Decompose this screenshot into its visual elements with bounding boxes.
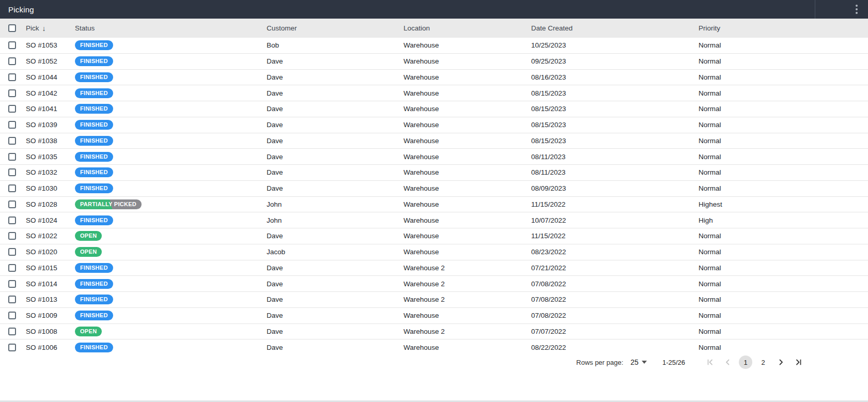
table-row[interactable]: SO #1035FINISHEDDaveWarehouse08/11/2023N… [0, 149, 868, 165]
table-row[interactable]: SO #1039FINISHEDDaveWarehouse08/15/2023N… [0, 117, 868, 133]
customer-cell: Bob [267, 41, 404, 49]
column-header-date-created[interactable]: Date Created [531, 24, 699, 32]
last-page-button[interactable] [791, 354, 806, 370]
table-row[interactable]: SO #1013FINISHEDDaveWarehouse 207/08/202… [0, 292, 868, 308]
row-checkbox[interactable] [8, 312, 16, 319]
column-header-location[interactable]: Location [404, 24, 531, 32]
date-created-cell: 08/16/2023 [531, 73, 699, 81]
row-checkbox[interactable] [8, 264, 16, 272]
table-row[interactable]: SO #1022OPENDaveWarehouse11/15/2022Norma… [0, 228, 868, 244]
table-row[interactable]: SO #1009FINISHEDDaveWarehouse07/08/2022N… [0, 308, 868, 324]
location-cell: Warehouse [404, 344, 531, 351]
priority-cell: Normal [699, 153, 868, 161]
page-button-1[interactable]: 1 [739, 355, 752, 369]
status-badge: FINISHED [75, 215, 113, 225]
pick-cell: SO #1042 [26, 89, 75, 97]
priority-cell: Normal [699, 184, 868, 192]
date-created-cell: 10/25/2023 [531, 41, 699, 49]
customer-cell: Dave [267, 153, 404, 161]
row-checkbox[interactable] [8, 184, 16, 192]
row-checkbox[interactable] [8, 280, 16, 288]
priority-cell: Normal [699, 41, 868, 49]
date-created-cell: 11/15/2022 [531, 200, 699, 208]
column-header-pick[interactable]: Pick ↓ [26, 24, 75, 33]
status-badge: FINISHED [75, 183, 113, 193]
status-badge: FINISHED [75, 56, 113, 66]
table-row[interactable]: SO #1041FINISHEDDaveWarehouse08/15/2023N… [0, 101, 868, 117]
table-row[interactable]: SO #1052FINISHEDDaveWarehouse09/25/2023N… [0, 54, 868, 70]
status-badge: FINISHED [75, 136, 113, 146]
rows-per-page-select[interactable]: 25 [630, 358, 647, 366]
location-cell: Warehouse [404, 184, 531, 192]
row-checkbox[interactable] [8, 217, 16, 224]
status-badge: FINISHED [75, 343, 113, 352]
date-created-cell: 08/23/2022 [531, 248, 699, 256]
location-cell: Warehouse [404, 232, 531, 240]
table-row[interactable]: SO #1038FINISHEDDaveWarehouse08/15/2023N… [0, 133, 868, 149]
first-page-button[interactable] [703, 354, 718, 370]
row-checkbox[interactable] [8, 328, 16, 335]
table-row[interactable]: SO #1014FINISHEDDaveWarehouse 207/08/202… [0, 276, 868, 292]
date-created-cell: 08/11/2023 [531, 153, 699, 161]
app-bar: Picking [0, 0, 868, 19]
row-checkbox[interactable] [8, 232, 16, 240]
column-header-priority[interactable]: Priority [699, 24, 868, 32]
customer-cell: Jacob [267, 248, 404, 256]
priority-cell: Normal [699, 121, 868, 129]
pick-cell: SO #1038 [26, 137, 75, 145]
row-checkbox[interactable] [8, 41, 16, 49]
row-checkbox[interactable] [8, 168, 16, 176]
row-checkbox[interactable] [8, 105, 16, 113]
row-checkbox[interactable] [8, 344, 16, 351]
row-checkbox[interactable] [8, 200, 16, 208]
date-created-cell: 07/21/2022 [531, 264, 699, 272]
date-created-cell: 08/15/2023 [531, 89, 699, 97]
page-button-2[interactable]: 2 [756, 355, 770, 369]
pick-cell: SO #1044 [26, 73, 75, 81]
table-row[interactable]: SO #1020OPENJacobWarehouse08/23/2022Norm… [0, 244, 868, 260]
table-row[interactable]: SO #1024FINISHEDJohnWarehouse10/07/2022H… [0, 212, 868, 228]
appbar-divider [815, 0, 815, 19]
row-checkbox[interactable] [8, 121, 16, 129]
sort-desc-arrow-icon[interactable]: ↓ [42, 24, 46, 33]
row-checkbox[interactable] [8, 153, 16, 161]
location-cell: Warehouse 2 [404, 280, 531, 288]
row-checkbox[interactable] [8, 73, 16, 81]
status-badge: FINISHED [75, 311, 113, 320]
customer-cell: Dave [267, 137, 404, 145]
table-row[interactable]: SO #1028PARTIALLY PICKEDJohnWarehouse11/… [0, 197, 868, 213]
table-row[interactable]: SO #1044FINISHEDDaveWarehouse08/16/2023N… [0, 70, 868, 86]
kebab-menu-icon[interactable] [849, 0, 864, 19]
pagination-range: 1-25/26 [662, 359, 685, 366]
row-checkbox[interactable] [8, 89, 16, 97]
location-cell: Warehouse [404, 137, 531, 145]
table-row[interactable]: SO #1032FINISHEDDaveWarehouse08/11/2023N… [0, 165, 868, 181]
row-checkbox[interactable] [8, 137, 16, 145]
date-created-cell: 07/08/2022 [531, 312, 699, 319]
location-cell: Warehouse [404, 57, 531, 65]
select-all-checkbox[interactable] [8, 24, 16, 32]
table-footer: Rows per page: 25 1-25/26 1 2 [0, 352, 868, 402]
date-created-cell: 08/15/2023 [531, 121, 699, 129]
priority-cell: Normal [699, 248, 868, 256]
customer-cell: Dave [267, 184, 404, 192]
table-row[interactable]: SO #1015FINISHEDDaveWarehouse 207/21/202… [0, 260, 868, 276]
row-checkbox[interactable] [8, 57, 16, 65]
table-row[interactable]: SO #1030FINISHEDDaveWarehouse08/09/2023N… [0, 181, 868, 197]
table-header-row: Pick ↓ Status Customer Location Date Cre… [0, 19, 868, 38]
status-badge: FINISHED [75, 104, 113, 114]
row-checkbox[interactable] [8, 248, 16, 256]
table-row[interactable]: SO #1053FINISHEDBobWarehouse10/25/2023No… [0, 38, 868, 54]
column-header-status[interactable]: Status [75, 24, 267, 32]
date-created-cell: 08/15/2023 [531, 137, 699, 145]
row-checkbox[interactable] [8, 296, 16, 303]
column-header-customer[interactable]: Customer [267, 24, 404, 32]
next-page-button[interactable] [773, 354, 788, 370]
customer-cell: Dave [267, 344, 404, 351]
priority-cell: Normal [699, 344, 868, 351]
priority-cell: Normal [699, 296, 868, 303]
previous-page-button[interactable] [720, 354, 736, 370]
table-row[interactable]: SO #1008OPENDaveWarehouse 207/07/2022Nor… [0, 324, 868, 340]
table-row[interactable]: SO #1042FINISHEDDaveWarehouse08/15/2023N… [0, 85, 868, 101]
location-cell: Warehouse [404, 121, 531, 129]
